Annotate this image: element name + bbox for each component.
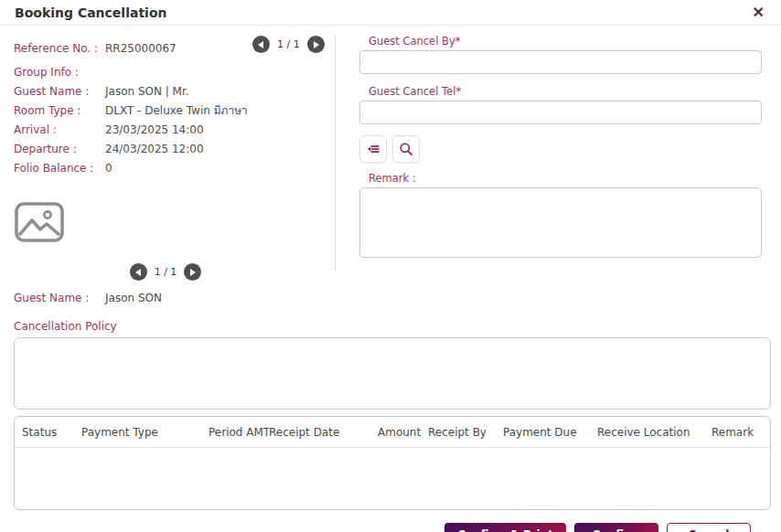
- booking-details-panel: Reference No. : RR25000067 1 / 1 Group I…: [14, 26, 335, 307]
- image-placeholder-icon: [14, 201, 65, 243]
- dialog-header: Booking Cancellation ✕: [0, 0, 781, 26]
- guest-cancel-by-input[interactable]: [359, 50, 762, 74]
- column-header-receipt-date: Receipt Date: [269, 426, 378, 439]
- guest-cancel-by-label: Guest Cancel By*: [369, 35, 762, 48]
- prev-image-button[interactable]: [130, 263, 147, 281]
- field-row-folio-balance: Folio Balance : 0: [14, 158, 335, 177]
- guest-cancel-tel-label: Guest Cancel Tel*: [369, 85, 762, 98]
- field-label: Guest Name :: [14, 85, 105, 98]
- column-header-payment-due: Payment Due: [503, 426, 597, 439]
- column-header-amount: Amount: [378, 426, 428, 439]
- column-header-period-amt: Period AMT: [209, 426, 269, 439]
- field-row-reference: Reference No. : RR25000067 1 / 1: [14, 38, 335, 58]
- field-row-departure: Departure : 24/03/2025 12:00: [14, 139, 335, 158]
- field-label: Departure :: [14, 143, 105, 155]
- remark-label: Remark :: [369, 172, 762, 185]
- column-header-remark: Remark: [711, 426, 763, 439]
- remark-textarea[interactable]: [359, 187, 762, 258]
- chevron-right-icon: [314, 41, 319, 48]
- page-indicator: 1 / 1: [155, 266, 177, 278]
- field-value: 0: [105, 162, 112, 175]
- field-row-guest: Guest Name : Jason SON: [14, 288, 335, 307]
- chevron-left-icon: [258, 41, 263, 48]
- form-icon-buttons: [359, 135, 762, 163]
- close-icon[interactable]: ✕: [751, 4, 766, 22]
- payments-table-empty-body: [15, 448, 770, 506]
- field-value: 24/03/2025 12:00: [105, 143, 204, 155]
- page-indicator: 1 / 1: [277, 38, 300, 50]
- payments-table: Status Payment Type Period AMT Receipt D…: [14, 416, 771, 510]
- field-value: DLXT - Deluxe Twin มีภาษา: [105, 101, 248, 119]
- field-value: RR25000067: [105, 42, 177, 55]
- booking-cancellation-dialog: Booking Cancellation ✕ Reference No. : R…: [0, 0, 781, 532]
- confirm-button[interactable]: Confirm: [574, 523, 658, 532]
- field-value: Jason SON: [105, 292, 162, 304]
- guest-image-pager: 1 / 1: [130, 263, 202, 281]
- cancellation-policy-textarea[interactable]: [14, 337, 771, 410]
- column-header-receive-location: Receive Location: [597, 426, 711, 439]
- search-icon: [398, 141, 414, 157]
- list-button[interactable]: [359, 135, 387, 163]
- field-label: Arrival :: [14, 123, 105, 136]
- search-button[interactable]: [392, 135, 420, 163]
- field-value: 23/03/2025 14:00: [105, 123, 204, 136]
- guest-image-placeholder: [14, 201, 317, 243]
- prev-page-button[interactable]: [252, 36, 270, 53]
- field-row-group-info: Group Info :: [14, 62, 335, 81]
- confirm-print-button[interactable]: Confirm & Print: [444, 523, 566, 532]
- column-header-payment-type: Payment Type: [81, 426, 209, 439]
- column-header-status: Status: [22, 426, 81, 439]
- top-area: Reference No. : RR25000067 1 / 1 Group I…: [0, 26, 781, 307]
- field-label: Guest Name :: [14, 292, 105, 304]
- field-row-arrival: Arrival : 23/03/2025 14:00: [14, 120, 335, 139]
- next-page-button[interactable]: [307, 36, 325, 53]
- chevron-left-icon: [135, 269, 141, 276]
- field-row-guest-name: Guest Name : Jason SON | Mr.: [14, 81, 335, 101]
- field-label: Room Type :: [14, 104, 105, 117]
- field-label: Folio Balance :: [14, 162, 105, 175]
- list-icon: [365, 141, 381, 157]
- guest-cancel-tel-input[interactable]: [359, 101, 762, 124]
- chevron-right-icon: [190, 269, 196, 276]
- image-pager-wrap: 1 / 1: [14, 263, 317, 281]
- booking-pager: 1 / 1: [252, 36, 325, 53]
- next-image-button[interactable]: [184, 263, 201, 281]
- payments-table-header: Status Payment Type Period AMT Receipt D…: [15, 417, 770, 448]
- lower-section: Cancellation Policy Status Payment Type …: [0, 320, 781, 532]
- cancel-button[interactable]: Cancel: [667, 523, 751, 532]
- field-row-room-type: Room Type : DLXT - Deluxe Twin มีภาษา: [14, 101, 335, 120]
- dialog-title: Booking Cancellation: [15, 5, 166, 20]
- column-header-receipt-by: Receipt By: [428, 426, 503, 439]
- field-label: Group Info :: [14, 66, 105, 79]
- field-value: Jason SON | Mr.: [105, 85, 189, 98]
- cancellation-policy-label: Cancellation Policy: [14, 320, 767, 333]
- cancel-form-panel: Guest Cancel By* Guest Cancel Tel*: [335, 35, 781, 271]
- field-label: Reference No. :: [14, 42, 105, 55]
- footer-actions: Confirm & Print Confirm Cancel: [14, 510, 767, 532]
